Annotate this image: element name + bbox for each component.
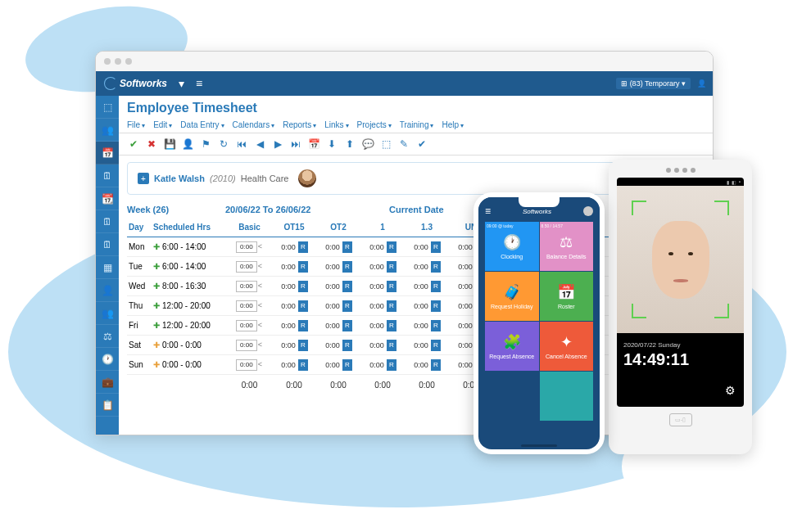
cell-ot15[interactable]: 0:00R <box>272 340 316 351</box>
cell-basic[interactable]: 0:00< <box>227 300 272 312</box>
cell-1[interactable]: 0:00R <box>360 261 405 273</box>
cell-13[interactable]: 0:00R <box>405 281 449 292</box>
cell-basic[interactable]: 0:00< <box>227 320 272 331</box>
cell-ot2[interactable]: 0:00R <box>316 340 360 351</box>
sidebar-item-calendar[interactable]: 📅 <box>96 142 119 165</box>
traffic-dot[interactable] <box>115 58 121 65</box>
prev-icon[interactable]: ◀ <box>253 138 266 151</box>
first-icon[interactable]: ⏮ <box>235 138 248 151</box>
approve-icon[interactable]: ✔ <box>127 138 140 151</box>
cell-1[interactable]: 0:00R <box>360 300 405 312</box>
refresh-icon[interactable]: ↻ <box>217 138 230 151</box>
menu-reports[interactable]: Reports▾ <box>283 120 316 129</box>
comment-icon[interactable]: 💬 <box>361 138 374 151</box>
r-button[interactable]: R <box>387 241 396 253</box>
cell-1[interactable]: 0:00R <box>360 241 405 253</box>
r-button[interactable]: R <box>342 359 352 371</box>
phone-hamburger-icon[interactable]: ≡ <box>485 205 491 217</box>
r-button[interactable]: R <box>431 261 441 273</box>
r-button[interactable]: R <box>298 300 308 312</box>
cell-13[interactable]: 0:00R <box>405 300 449 312</box>
menu-help[interactable]: Help▾ <box>442 120 464 129</box>
menu-training[interactable]: Training▾ <box>400 120 434 129</box>
cell-ot2[interactable]: 0:00R <box>316 300 360 312</box>
r-button[interactable]: R <box>342 340 352 351</box>
cell-ot2[interactable]: 0:00R <box>316 261 360 273</box>
r-button[interactable]: R <box>387 320 396 331</box>
employee-selector[interactable]: ⊞ (83) Temporary ▾ <box>616 78 691 89</box>
r-button[interactable]: R <box>342 300 352 312</box>
r-button[interactable]: R <box>431 359 441 371</box>
sidebar-item-grid[interactable]: ▦ <box>96 256 119 279</box>
phone-avatar[interactable] <box>583 206 593 216</box>
menu-data-entry[interactable]: Data Entry▾ <box>180 120 224 129</box>
phone-home-indicator[interactable] <box>521 444 557 447</box>
r-button[interactable]: R <box>298 359 308 371</box>
cell-ot15[interactable]: 0:00R <box>272 281 316 292</box>
r-button[interactable]: R <box>298 281 308 292</box>
r-button[interactable]: R <box>431 241 441 253</box>
r-button[interactable]: R <box>342 281 352 292</box>
check-icon[interactable]: ✔ <box>415 138 428 151</box>
flag-icon[interactable]: ⚑ <box>199 138 212 151</box>
cell-basic[interactable]: 0:00< <box>227 340 272 351</box>
traffic-dot[interactable] <box>125 58 132 65</box>
r-button[interactable]: R <box>431 320 441 331</box>
sidebar-item-briefcase[interactable]: 💼 <box>96 371 119 394</box>
r-button[interactable]: R <box>342 261 352 273</box>
cell-13[interactable]: 0:00R <box>405 340 449 351</box>
user-icon[interactable]: 👤 <box>697 79 706 88</box>
sidebar-item-balance[interactable]: ⚖ <box>96 325 119 348</box>
menu-projects[interactable]: Projects▾ <box>357 120 392 129</box>
sidebar-item-events[interactable]: 📆 <box>96 187 119 210</box>
tile-holiday[interactable]: 🧳 Request Holiday <box>485 272 539 321</box>
r-button[interactable]: R <box>431 300 441 312</box>
employee-name[interactable]: Katle Walsh <box>154 174 205 183</box>
r-button[interactable]: R <box>387 261 396 273</box>
r-button[interactable]: R <box>298 241 308 253</box>
tile-cancel-absence[interactable]: ✦ Cancel Absence <box>540 322 594 371</box>
tile-clocking[interactable]: 09:00 @ today 🕐 Clocking <box>485 222 539 271</box>
next-icon[interactable]: ▶ <box>271 138 284 151</box>
cell-basic[interactable]: 0:00< <box>227 359 272 371</box>
menu-links[interactable]: Links▾ <box>324 120 348 129</box>
cell-1[interactable]: 0:00R <box>360 359 405 371</box>
calendar-go-icon[interactable]: 📅 <box>307 138 320 151</box>
sidebar-item-settings-cal[interactable]: 🗓 <box>96 233 119 256</box>
r-button[interactable]: R <box>298 261 308 273</box>
tile-roster[interactable]: 📅 Roster <box>540 272 594 321</box>
sidebar-item-overview[interactable]: ⬚ <box>96 96 119 119</box>
r-button[interactable]: R <box>431 340 441 351</box>
user-edit-icon[interactable]: 👤 <box>181 138 194 151</box>
hamburger-icon[interactable]: ≡ <box>196 77 202 90</box>
tile-balance[interactable]: 8.50 / 14.57 ⚖ Balance Details <box>540 222 594 271</box>
cell-13[interactable]: 0:00R <box>405 241 449 253</box>
reject-icon[interactable]: ✖ <box>145 138 158 151</box>
menu-file[interactable]: File▾ <box>127 120 145 129</box>
tile-extra-2[interactable] <box>540 372 594 421</box>
cell-basic[interactable]: 0:00< <box>227 241 272 253</box>
cell-ot2[interactable]: 0:00R <box>316 241 360 253</box>
cell-ot2[interactable]: 0:00R <box>316 320 360 331</box>
r-button[interactable]: R <box>431 281 441 292</box>
cell-13[interactable]: 0:00R <box>405 261 449 273</box>
employee-avatar[interactable] <box>298 169 316 187</box>
gear-icon[interactable]: ⚙ <box>725 384 736 397</box>
last-icon[interactable]: ⏭ <box>289 138 302 151</box>
card-reader[interactable]: ▭-▯ <box>617 413 744 426</box>
cell-13[interactable]: 0:00R <box>405 359 449 371</box>
cell-ot15[interactable]: 0:00R <box>272 320 316 331</box>
cell-1[interactable]: 0:00R <box>360 320 405 331</box>
sidebar-item-people[interactable]: 👥 <box>96 119 119 142</box>
cell-ot15[interactable]: 0:00R <box>272 300 316 312</box>
r-button[interactable]: R <box>387 359 396 371</box>
traffic-dot[interactable] <box>104 58 111 65</box>
save-icon[interactable]: 💾 <box>163 138 176 151</box>
menu-calendars[interactable]: Calendars▾ <box>233 120 275 129</box>
r-button[interactable]: R <box>298 320 308 331</box>
tile-request-absence[interactable]: 🧩 Request Absence <box>485 322 539 371</box>
sidebar-item-add-cal[interactable]: 🗓 <box>96 210 119 233</box>
cell-basic[interactable]: 0:00< <box>227 281 272 292</box>
menu-edit[interactable]: Edit▾ <box>153 120 172 129</box>
sidebar-item-clock[interactable]: 🕐 <box>96 348 119 371</box>
